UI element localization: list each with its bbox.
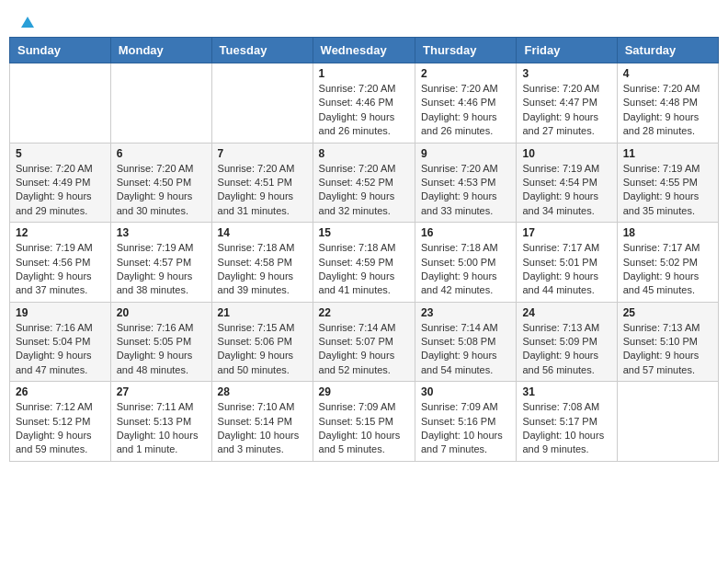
calendar-cell: 6Sunrise: 7:20 AM Sunset: 4:50 PM Daylig…	[110, 143, 211, 223]
cell-info: Sunrise: 7:18 AM Sunset: 5:00 PM Dayligh…	[421, 241, 510, 298]
calendar-cell: 26Sunrise: 7:12 AM Sunset: 5:12 PM Dayli…	[10, 382, 111, 462]
calendar-cell	[211, 63, 313, 144]
cell-info: Sunrise: 7:18 AM Sunset: 4:58 PM Dayligh…	[218, 241, 307, 298]
calendar-cell: 7Sunrise: 7:20 AM Sunset: 4:51 PM Daylig…	[211, 143, 313, 223]
calendar-cell: 1Sunrise: 7:20 AM Sunset: 4:46 PM Daylig…	[313, 63, 415, 144]
day-header-sunday: Sunday	[10, 38, 111, 63]
cell-info: Sunrise: 7:14 AM Sunset: 5:08 PM Dayligh…	[421, 321, 510, 378]
calendar-cell: 28Sunrise: 7:10 AM Sunset: 5:14 PM Dayli…	[211, 382, 313, 462]
cell-info: Sunrise: 7:14 AM Sunset: 5:07 PM Dayligh…	[319, 321, 409, 378]
cell-info: Sunrise: 7:08 AM Sunset: 5:17 PM Dayligh…	[522, 400, 610, 457]
cell-info: Sunrise: 7:19 AM Sunset: 4:56 PM Dayligh…	[16, 241, 105, 298]
calendar-cell: 19Sunrise: 7:16 AM Sunset: 5:04 PM Dayli…	[10, 302, 111, 382]
cell-date: 17	[522, 226, 610, 239]
day-header-tuesday: Tuesday	[211, 38, 313, 63]
cell-date: 15	[319, 226, 409, 239]
calendar-cell: 31Sunrise: 7:08 AM Sunset: 5:17 PM Dayli…	[517, 382, 617, 462]
cell-info: Sunrise: 7:20 AM Sunset: 4:52 PM Dayligh…	[319, 162, 409, 219]
calendar-cell: 20Sunrise: 7:16 AM Sunset: 5:05 PM Dayli…	[110, 302, 211, 382]
cell-date: 18	[623, 226, 712, 239]
day-header-thursday: Thursday	[415, 38, 517, 63]
week-row-4: 19Sunrise: 7:16 AM Sunset: 5:04 PM Dayli…	[10, 302, 719, 382]
cell-date: 25	[623, 306, 712, 319]
cell-date: 19	[16, 306, 105, 319]
cell-date: 29	[319, 385, 409, 398]
week-row-1: 1Sunrise: 7:20 AM Sunset: 4:46 PM Daylig…	[10, 63, 719, 144]
cell-info: Sunrise: 7:17 AM Sunset: 5:02 PM Dayligh…	[623, 241, 712, 298]
calendar-cell	[110, 63, 211, 144]
cell-info: Sunrise: 7:09 AM Sunset: 5:16 PM Dayligh…	[421, 400, 510, 457]
cell-date: 7	[218, 147, 307, 160]
cell-info: Sunrise: 7:20 AM Sunset: 4:53 PM Dayligh…	[421, 162, 510, 219]
calendar-cell: 27Sunrise: 7:11 AM Sunset: 5:13 PM Dayli…	[110, 382, 211, 462]
cell-date: 16	[421, 226, 510, 239]
day-header-friday: Friday	[517, 38, 617, 63]
cell-date: 26	[16, 385, 105, 398]
calendar-header-row: SundayMondayTuesdayWednesdayThursdayFrid…	[10, 38, 719, 63]
day-header-wednesday: Wednesday	[313, 38, 415, 63]
day-header-monday: Monday	[110, 38, 211, 63]
cell-date: 14	[218, 226, 307, 239]
logo-triangle	[21, 17, 34, 28]
week-row-2: 5Sunrise: 7:20 AM Sunset: 4:49 PM Daylig…	[10, 143, 719, 223]
calendar-cell: 12Sunrise: 7:19 AM Sunset: 4:56 PM Dayli…	[10, 223, 111, 303]
cell-date: 2	[421, 67, 510, 80]
cell-date: 8	[319, 147, 409, 160]
cell-info: Sunrise: 7:20 AM Sunset: 4:50 PM Dayligh…	[117, 162, 206, 219]
cell-info: Sunrise: 7:20 AM Sunset: 4:48 PM Dayligh…	[623, 82, 712, 139]
cell-date: 10	[522, 147, 610, 160]
cell-date: 6	[117, 147, 206, 160]
calendar-cell: 8Sunrise: 7:20 AM Sunset: 4:52 PM Daylig…	[313, 143, 415, 223]
cell-info: Sunrise: 7:20 AM Sunset: 4:49 PM Dayligh…	[16, 162, 105, 219]
calendar-cell: 11Sunrise: 7:19 AM Sunset: 4:55 PM Dayli…	[617, 143, 718, 223]
calendar-cell: 29Sunrise: 7:09 AM Sunset: 5:15 PM Dayli…	[313, 382, 415, 462]
cell-date: 13	[117, 226, 206, 239]
cell-date: 4	[623, 67, 712, 80]
cell-date: 5	[16, 147, 105, 160]
calendar-cell: 21Sunrise: 7:15 AM Sunset: 5:06 PM Dayli…	[211, 302, 313, 382]
week-row-3: 12Sunrise: 7:19 AM Sunset: 4:56 PM Dayli…	[10, 223, 719, 303]
cell-date: 12	[16, 226, 105, 239]
calendar-cell: 2Sunrise: 7:20 AM Sunset: 4:46 PM Daylig…	[415, 63, 517, 144]
cell-info: Sunrise: 7:17 AM Sunset: 5:01 PM Dayligh…	[522, 241, 610, 298]
cell-date: 9	[421, 147, 510, 160]
cell-info: Sunrise: 7:15 AM Sunset: 5:06 PM Dayligh…	[218, 321, 307, 378]
cell-info: Sunrise: 7:19 AM Sunset: 4:54 PM Dayligh…	[522, 162, 610, 219]
calendar-cell: 3Sunrise: 7:20 AM Sunset: 4:47 PM Daylig…	[517, 63, 617, 144]
cell-date: 1	[319, 67, 409, 80]
calendar-cell: 5Sunrise: 7:20 AM Sunset: 4:49 PM Daylig…	[10, 143, 111, 223]
cell-info: Sunrise: 7:11 AM Sunset: 5:13 PM Dayligh…	[117, 400, 206, 457]
cell-info: Sunrise: 7:19 AM Sunset: 4:55 PM Dayligh…	[623, 162, 712, 219]
cell-info: Sunrise: 7:09 AM Sunset: 5:15 PM Dayligh…	[319, 400, 409, 457]
calendar-cell: 30Sunrise: 7:09 AM Sunset: 5:16 PM Dayli…	[415, 382, 517, 462]
calendar-cell	[10, 63, 111, 144]
cell-info: Sunrise: 7:18 AM Sunset: 4:59 PM Dayligh…	[319, 241, 409, 298]
cell-info: Sunrise: 7:19 AM Sunset: 4:57 PM Dayligh…	[117, 241, 206, 298]
cell-date: 11	[623, 147, 712, 160]
cell-info: Sunrise: 7:12 AM Sunset: 5:12 PM Dayligh…	[16, 400, 105, 457]
cell-date: 31	[522, 385, 610, 398]
cell-info: Sunrise: 7:13 AM Sunset: 5:10 PM Dayligh…	[623, 321, 712, 378]
calendar-table: SundayMondayTuesdayWednesdayThursdayFrid…	[9, 37, 719, 462]
cell-date: 23	[421, 306, 510, 319]
day-header-saturday: Saturday	[617, 38, 718, 63]
week-row-5: 26Sunrise: 7:12 AM Sunset: 5:12 PM Dayli…	[10, 382, 719, 462]
cell-date: 28	[218, 385, 307, 398]
cell-date: 21	[218, 306, 307, 319]
calendar-cell: 17Sunrise: 7:17 AM Sunset: 5:01 PM Dayli…	[517, 223, 617, 303]
calendar-cell	[617, 382, 718, 462]
cell-info: Sunrise: 7:10 AM Sunset: 5:14 PM Dayligh…	[218, 400, 307, 457]
cell-info: Sunrise: 7:16 AM Sunset: 5:05 PM Dayligh…	[117, 321, 206, 378]
calendar-cell: 13Sunrise: 7:19 AM Sunset: 4:57 PM Dayli…	[110, 223, 211, 303]
logo	[18, 17, 34, 31]
calendar-cell: 22Sunrise: 7:14 AM Sunset: 5:07 PM Dayli…	[313, 302, 415, 382]
calendar-cell: 9Sunrise: 7:20 AM Sunset: 4:53 PM Daylig…	[415, 143, 517, 223]
cell-date: 3	[522, 67, 610, 80]
cell-date: 20	[117, 306, 206, 319]
cell-date: 24	[522, 306, 610, 319]
cell-info: Sunrise: 7:13 AM Sunset: 5:09 PM Dayligh…	[522, 321, 610, 378]
calendar-cell: 24Sunrise: 7:13 AM Sunset: 5:09 PM Dayli…	[517, 302, 617, 382]
cell-info: Sunrise: 7:20 AM Sunset: 4:47 PM Dayligh…	[522, 82, 610, 139]
calendar-cell: 23Sunrise: 7:14 AM Sunset: 5:08 PM Dayli…	[415, 302, 517, 382]
cell-date: 22	[319, 306, 409, 319]
